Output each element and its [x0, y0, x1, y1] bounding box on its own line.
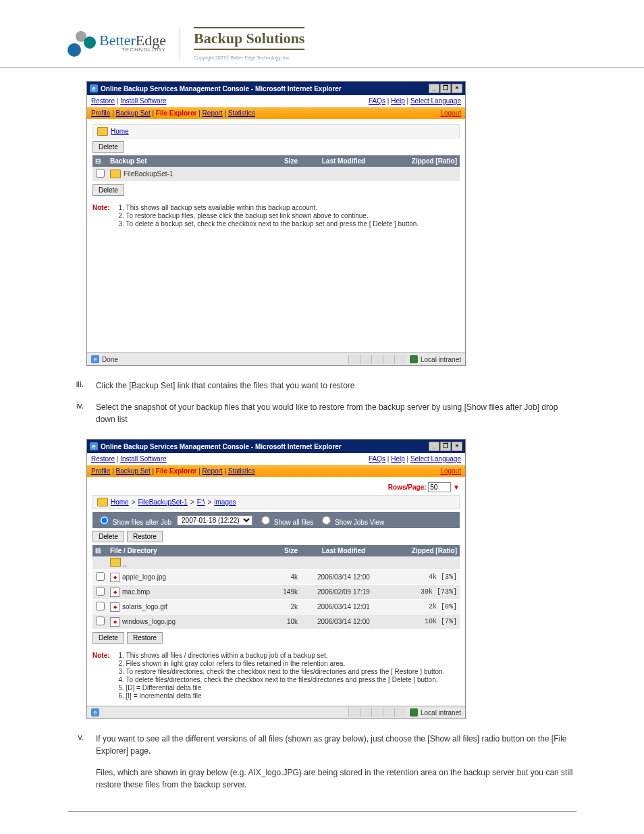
- backupset-table: ⊟ Backup Set Size Last Modified Zipped […: [92, 155, 460, 182]
- close-button[interactable]: ×: [452, 84, 462, 93]
- restore-button[interactable]: Restore: [127, 632, 163, 644]
- note-item: To restore backup files, please click th…: [126, 212, 419, 219]
- list-marker: iii.: [68, 380, 84, 392]
- bc-folder[interactable]: images: [214, 498, 236, 506]
- tab-report[interactable]: Report: [203, 467, 223, 475]
- col-zipped: Zipped [Ratio]: [387, 545, 460, 556]
- radio-jobs-view[interactable]: [322, 516, 331, 525]
- up-folder-icon[interactable]: [110, 558, 121, 567]
- close-button[interactable]: ×: [452, 442, 462, 451]
- folder-icon: [97, 498, 108, 506]
- bc-home[interactable]: Home: [111, 498, 129, 506]
- col-zipped: Zipped [Ratio]: [387, 155, 460, 167]
- image-icon: ◆: [110, 588, 119, 597]
- expand-header[interactable]: ⊟: [92, 545, 107, 556]
- restore-link[interactable]: Restore: [91, 455, 115, 463]
- screenshot-2: e Online Backup Services Management Cons…: [86, 439, 466, 719]
- delete-button[interactable]: Delete: [92, 184, 124, 196]
- image-icon: ◆: [110, 617, 119, 627]
- job-select[interactable]: 2007-01-18 (12:22): [177, 515, 252, 525]
- logout-link[interactable]: Logout: [440, 467, 461, 475]
- faqs-link[interactable]: FAQs: [369, 455, 385, 463]
- screenshot-1: e Online Backup Services Management Cons…: [86, 81, 466, 366]
- window-titlebar: e Online Backup Services Management Cons…: [87, 440, 465, 453]
- status-zone: Local intranet: [421, 709, 461, 716]
- intranet-icon: [410, 355, 418, 363]
- tab-file-explorer[interactable]: File Explorer: [156, 467, 197, 475]
- page-header: BetterEdge TECHNOLOGY Backup Solutions C…: [0, 27, 644, 68]
- col-size: Size: [261, 155, 300, 167]
- expand-header[interactable]: ⊟: [92, 155, 107, 167]
- image-icon: ◆: [110, 602, 119, 612]
- ie-icon: e: [91, 355, 99, 363]
- window-title: Online Backup Services Management Consol…: [101, 443, 342, 450]
- note-label: Note:: [92, 652, 110, 700]
- status-zone: Local intranet: [421, 356, 461, 363]
- note-item: To restore files/directories, check the …: [126, 668, 445, 675]
- install-link[interactable]: Install Software: [120, 97, 166, 105]
- note-item: [I] = Incremental delta file: [126, 692, 445, 700]
- tab-profile[interactable]: Profile: [91, 467, 110, 475]
- help-link[interactable]: Help: [391, 97, 405, 105]
- restore-button[interactable]: Restore: [127, 531, 163, 542]
- row-checkbox[interactable]: [96, 602, 105, 610]
- folder-icon: [97, 127, 108, 136]
- delete-button[interactable]: Delete: [92, 531, 124, 542]
- tab-profile[interactable]: Profile: [91, 109, 110, 117]
- tab-backup[interactable]: Backup Set: [116, 109, 151, 117]
- maximize-button[interactable]: ❐: [440, 442, 451, 451]
- tab-report[interactable]: Report: [203, 109, 223, 117]
- copyright-text: Copyright 2007© Better Edge Technology, …: [194, 55, 304, 60]
- bc-set[interactable]: FileBackupSet-1: [138, 498, 188, 506]
- faqs-link[interactable]: FAQs: [369, 97, 385, 105]
- bc-drive[interactable]: F:\: [197, 498, 205, 506]
- footer-divider: [68, 811, 576, 812]
- tab-backup[interactable]: Backup Set: [116, 467, 151, 475]
- folder-icon: [110, 170, 121, 178]
- note-item: This shows all backup sets available wit…: [126, 204, 419, 211]
- ie-icon: e: [91, 708, 99, 716]
- minimize-button[interactable]: _: [429, 442, 439, 451]
- list-marker: v.: [68, 733, 84, 791]
- install-link[interactable]: Install Software: [120, 455, 166, 463]
- restore-link[interactable]: Restore: [91, 97, 115, 105]
- minimize-button[interactable]: _: [429, 84, 439, 93]
- tab-file-explorer[interactable]: File Explorer: [156, 109, 197, 117]
- col-modified: Last Modified: [300, 155, 387, 167]
- status-text: Done: [102, 356, 118, 363]
- col-backup-set: Backup Set: [107, 155, 261, 167]
- backupset-link[interactable]: FileBackupSet-1: [124, 170, 173, 178]
- row-checkbox[interactable]: [96, 617, 105, 625]
- row-checkbox[interactable]: [96, 587, 105, 596]
- col-size: Size: [261, 545, 300, 556]
- backup-solutions-title: Backup Solutions: [194, 27, 304, 50]
- instruction-text: If you want to see all the different ver…: [96, 733, 576, 757]
- tab-statistics[interactable]: Statistics: [228, 467, 255, 475]
- instruction-text: Click the [Backup Set] link that contain…: [96, 380, 576, 392]
- lang-link[interactable]: Select Language: [410, 97, 461, 105]
- note-item: To delete files/directories, check the c…: [126, 676, 445, 683]
- table-row: ◆ mac.bmp 149k 2006/02/09 17:19 39k [73%…: [92, 585, 460, 600]
- row-checkbox[interactable]: [96, 169, 105, 178]
- help-link[interactable]: Help: [391, 455, 405, 463]
- note-item: This shows all files / directories withi…: [126, 652, 445, 659]
- lang-link[interactable]: Select Language: [410, 455, 461, 463]
- tab-statistics[interactable]: Statistics: [228, 109, 255, 117]
- dropdown-icon[interactable]: ▼: [453, 484, 460, 491]
- row-checkbox[interactable]: [96, 572, 105, 581]
- home-link[interactable]: Home: [111, 128, 129, 135]
- logout-link[interactable]: Logout: [440, 109, 461, 117]
- rows-page-input[interactable]: [428, 482, 451, 492]
- betteredge-logo: BetterEdge TECHNOLOGY: [68, 31, 166, 57]
- ie-icon: e: [90, 442, 98, 450]
- ie-icon: e: [90, 84, 98, 93]
- rows-page-label: Rows/Page:: [388, 484, 427, 491]
- maximize-button[interactable]: ❐: [440, 84, 451, 93]
- window-title: Online Backup Services Management Consol…: [101, 85, 342, 93]
- delete-button[interactable]: Delete: [92, 632, 124, 644]
- radio-all-files[interactable]: [261, 516, 270, 525]
- radio-after-job[interactable]: [100, 516, 109, 525]
- delete-button[interactable]: Delete: [92, 141, 124, 153]
- instruction-text: Select the snapshot of your backup files…: [96, 401, 576, 425]
- note-item: [D] = Differential delta file: [126, 684, 445, 692]
